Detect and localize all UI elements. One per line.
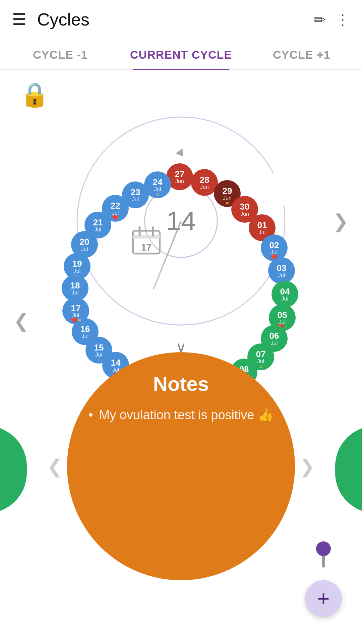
- calendar-icon: 17: [131, 226, 162, 257]
- more-options-icon[interactable]: ⋮: [335, 11, 350, 28]
- side-green-right: [335, 426, 362, 513]
- day-dot[interactable]: 04Jul: [272, 281, 298, 308]
- day-dot[interactable]: 03Jul: [268, 257, 295, 284]
- add-button[interactable]: +: [305, 580, 342, 617]
- pin-button[interactable]: [308, 537, 339, 574]
- notes-content: • My ovulation test is positive 👍: [68, 406, 293, 425]
- page-title: Cycles: [37, 9, 313, 30]
- day-dot[interactable]: 24Jul≡: [144, 171, 171, 198]
- tab-current-cycle[interactable]: CURRENT CYCLE: [121, 39, 241, 69]
- fab-container: +: [305, 537, 342, 617]
- notes-text-1: My ovulation test is positive 👍: [99, 406, 274, 425]
- notes-bullet-1: • My ovulation test is positive 👍: [88, 406, 273, 425]
- svg-text:17: 17: [141, 242, 152, 253]
- nav-left-arrow[interactable]: ❮: [13, 310, 29, 332]
- day-dot[interactable]: 17Jul❤️≡: [62, 298, 89, 324]
- bullet-dot: •: [88, 406, 93, 425]
- side-green-left: [0, 426, 27, 513]
- svg-rect-2: [133, 235, 160, 238]
- cycle-wheel: 14 17 27Jun28Jun29Jun≡30Jun01Jul02Jul❤️0…: [44, 84, 318, 359]
- notes-circle: ❮ ❯ Notes • My ovulation test is positiv…: [67, 352, 295, 580]
- add-icon: +: [317, 586, 329, 611]
- tab-cycle-plus[interactable]: CYCLE +1: [241, 39, 362, 69]
- svg-point-6: [316, 541, 331, 556]
- app-header: ☰ Cycles ✏ ⋮: [0, 0, 362, 39]
- menu-icon[interactable]: ☰: [12, 11, 26, 28]
- needle-arrow: [176, 147, 186, 156]
- cycle-area: 🔒 ❯ ❮ 14 17 27Jun28Jun29Jun≡30Jun01Jul02…: [0, 70, 362, 372]
- svg-rect-7: [322, 555, 325, 568]
- notes-container: ∨ ❮ ❯ Notes • My ovulation test is posit…: [67, 338, 295, 580]
- edit-icon[interactable]: ✏: [313, 11, 326, 28]
- nav-right-arrow[interactable]: ❯: [333, 210, 349, 232]
- tab-bar: CYCLE -1 CURRENT CYCLE CYCLE +1: [0, 39, 362, 70]
- notes-title: Notes: [153, 372, 209, 395]
- header-actions: ✏ ⋮: [313, 11, 350, 28]
- notes-nav-left[interactable]: ❮: [47, 455, 63, 477]
- tab-cycle-minus[interactable]: CYCLE -1: [0, 39, 121, 69]
- notes-nav-right[interactable]: ❯: [299, 455, 315, 477]
